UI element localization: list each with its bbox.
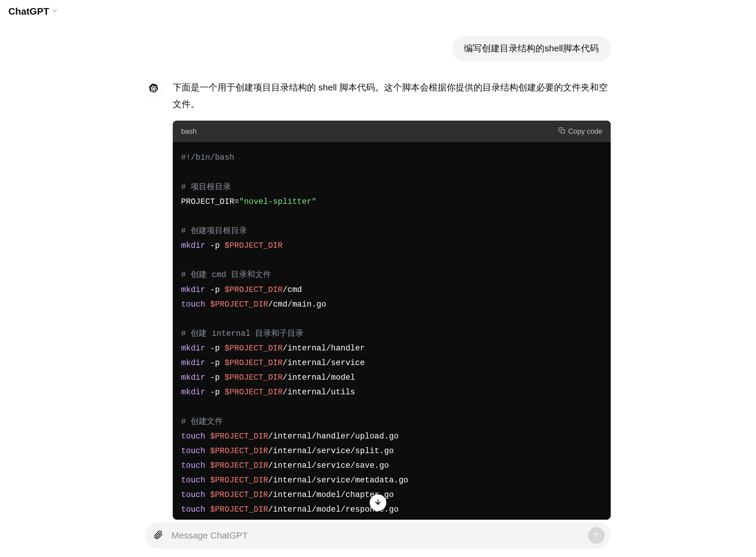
svg-rect-0	[561, 129, 565, 133]
user-message-row: 编写创建目录结构的shell脚本代码	[145, 36, 611, 61]
copy-icon	[559, 125, 565, 138]
arrow-down-icon	[374, 498, 382, 507]
app-title: ChatGPT	[8, 6, 49, 17]
model-selector[interactable]: ChatGPT	[8, 6, 58, 17]
assistant-message-row: 下面是一个用于创建项目目录结构的 shell 脚本代码。这个脚本会根据你提供的目…	[145, 79, 611, 520]
copy-code-button[interactable]: Copy code	[559, 125, 602, 138]
arrow-up-icon	[593, 531, 600, 540]
message-input[interactable]	[171, 530, 582, 540]
assistant-avatar	[145, 80, 162, 97]
composer	[145, 522, 611, 549]
attach-button[interactable]	[151, 528, 165, 543]
code-block: bash Copy code #!/bin/bash # 项目根目录 PROJE…	[173, 121, 611, 520]
assistant-message-content: 下面是一个用于创建项目目录结构的 shell 脚本代码。这个脚本会根据你提供的目…	[173, 79, 611, 520]
copy-code-label: Copy code	[568, 125, 602, 138]
composer-wrapper	[0, 522, 756, 549]
paperclip-icon	[154, 530, 163, 540]
chevron-down-icon	[52, 7, 58, 16]
user-message-text: 编写创建目录结构的shell脚本代码	[464, 43, 599, 53]
code-body[interactable]: #!/bin/bash # 项目根目录 PROJECT_DIR="novel-s…	[173, 142, 611, 519]
scroll-to-bottom-button[interactable]	[370, 494, 386, 511]
code-language-label: bash	[181, 125, 197, 138]
openai-logo-icon	[149, 84, 158, 94]
send-button[interactable]	[588, 527, 605, 544]
chat-scroll-area[interactable]: 编写创建目录结构的shell脚本代码 下面是一个用于创建项目目录结构的 shel…	[0, 36, 756, 521]
user-message-bubble: 编写创建目录结构的shell脚本代码	[452, 36, 611, 61]
code-block-header: bash Copy code	[173, 121, 611, 142]
assistant-intro-text: 下面是一个用于创建项目目录结构的 shell 脚本代码。这个脚本会根据你提供的目…	[173, 79, 611, 112]
